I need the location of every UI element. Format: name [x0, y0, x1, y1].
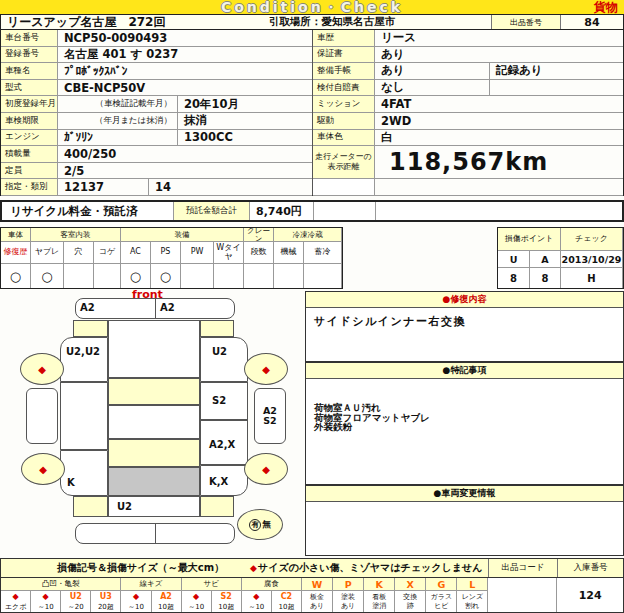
- val-ac: ○: [121, 264, 151, 288]
- exhibit-code-label: 出品コード: [488, 559, 557, 577]
- condition-check-sheet: Condition・Check 貨物 リースアップ名古屋 272回 引取場所：愛…: [0, 0, 624, 613]
- taillight-right: [200, 496, 234, 517]
- bumper-divider: [155, 524, 156, 543]
- legend-letter-grid: W P K X G L 板金 あり 塗装 あり 看板 塗消 交換 跡 ガラス ヒ…: [302, 578, 488, 612]
- bumper-divider: [155, 299, 156, 318]
- field-label: 整備手帳: [313, 63, 375, 80]
- wheel-rear-left: ◆: [21, 453, 65, 485]
- val-tear: ○: [31, 264, 64, 288]
- field-value: 2WD: [375, 113, 623, 130]
- row-insurance: 検付自賠責 なし: [313, 80, 623, 97]
- row-color: 車体色 白: [313, 130, 623, 147]
- row-class: 指定・類別 12137 14: [1, 179, 312, 196]
- field-value-2: 記録あり: [490, 63, 623, 80]
- legend-note-text: サイズの小さい傷、ミゾヤマはチェックしません: [258, 561, 482, 575]
- val-repair-history: ○: [1, 264, 31, 288]
- spare-tire-indicator: 有 無: [237, 509, 283, 540]
- legend-title-cell: 損傷記号＆損傷サイズ（～最大cm） ◆ サイズの小さい傷、ミゾヤマはチェックしま…: [1, 559, 488, 577]
- field-note: （年月または抹消）: [58, 113, 178, 130]
- repair-content-panel: ●修復内容 サイドシルインナー右交換: [305, 291, 624, 362]
- val-hole: [64, 264, 94, 288]
- mark-front-bumper-right: A2: [160, 302, 175, 313]
- odometer-label: 走行メーターの表示距離: [313, 146, 375, 179]
- legend-group-dent: 凸凹・亀裂: [1, 578, 121, 591]
- group-interior: 客室内装: [31, 228, 121, 242]
- row-warranty: 保証書 あり: [313, 47, 623, 64]
- row-registration: 登録番号 名古屋 401 す 0237: [1, 47, 312, 64]
- field-label: 駆動: [313, 113, 375, 130]
- legend-size: エクボ: [1, 601, 31, 612]
- field-value: ﾌﾟﾛﾎﾞｯｸｽﾊﾞﾝ: [58, 63, 312, 80]
- legend-group-corrosion: 腐食: [242, 578, 302, 591]
- legend-letter: X: [395, 578, 426, 591]
- legend-title-row: 損傷記号＆損傷サイズ（～最大cm） ◆ サイズの小さい傷、ミゾヤマはチェックしま…: [0, 558, 624, 578]
- legend-symbol: C2: [272, 591, 302, 601]
- row-engine: エンジン ｶﾞｿﾘﾝ 1300CC: [1, 130, 312, 147]
- stock-number-value: 124: [557, 578, 623, 612]
- field-value-empty: [375, 179, 623, 196]
- side-panel-right-1: S2: [200, 382, 248, 420]
- field-label: 型式: [1, 80, 58, 97]
- odometer-value: 118,567km: [375, 146, 623, 179]
- legend-letter-desc: 交換 跡: [395, 591, 426, 612]
- check-date: 2013/10/29: [561, 251, 623, 268]
- cargo-badge: 貨物: [594, 0, 618, 14]
- roof-panel: [108, 405, 200, 439]
- field-value-2: [490, 80, 623, 97]
- rating-table: 損傷ポイント チェック U A 2013/10/29 8 8 H: [497, 227, 624, 289]
- vehicle-change-header: ●車両変更情報: [306, 486, 623, 502]
- vehicle-info-right: 車歴 リース 保証書 あり 整備手帳 あり 記録あり 検付自賠責 なし ミッショ…: [312, 30, 624, 196]
- deposit-total-value: 8,740円: [250, 202, 314, 220]
- field-label: 検付自賠責: [313, 80, 375, 97]
- field-label: 積載量: [1, 146, 58, 163]
- col-hole: 穴: [64, 242, 94, 264]
- row-history: 車歴 リース: [313, 30, 623, 47]
- val-ps: ○: [151, 264, 181, 288]
- legend-symbol: ◆: [121, 591, 151, 601]
- special-notes-panel: ●特記事項 荷物室ＡＵ汚れ 荷物室フロアマットヤブレ 外装鉄粉: [305, 362, 624, 485]
- field-value: あり: [375, 47, 623, 64]
- legend-symbol: ◆: [1, 591, 31, 601]
- field-value: 4FAT: [375, 96, 623, 113]
- legend-title-text: 損傷記号＆損傷サイズ（～最大cm）: [57, 561, 224, 575]
- grade-value: H: [561, 268, 623, 288]
- legend-symbol: ◆: [31, 591, 61, 601]
- col-burn: コゲ: [94, 242, 121, 264]
- legend-letter-desc: ガラス ヒビ: [426, 591, 457, 612]
- legend-symbol: ◆: [242, 591, 272, 601]
- stock-number-label: 入庫番号: [557, 559, 623, 577]
- side-panel-left: [60, 382, 108, 450]
- row-first-reg: 初度登録年月 （車検証記載年月） 20年10月: [1, 96, 312, 113]
- row-inspection: 車検期限 （年月または抹消） 抹消: [1, 113, 312, 130]
- note-line: 荷物室フロアマットヤブレ: [314, 413, 623, 423]
- wheel-mark-icon: ◆: [38, 364, 46, 375]
- field-label: ミッション: [313, 96, 375, 113]
- legend-letter: L: [457, 578, 488, 591]
- legend-letter: P: [333, 578, 364, 591]
- rear-glass: [108, 467, 200, 496]
- recycle-spacer: [314, 202, 376, 220]
- special-notes-header: ●特記事項: [306, 363, 623, 379]
- val-machine: [274, 264, 304, 288]
- row-model: 車種名 ﾌﾟﾛﾎﾞｯｸｽﾊﾞﾝ: [1, 63, 312, 80]
- field-value: 抹消: [178, 113, 312, 130]
- field-value: 400/250: [58, 146, 312, 163]
- wheel-mark-icon: ◆: [39, 464, 47, 475]
- field-label: エンジン: [1, 130, 58, 147]
- rear-quarter-left: K: [60, 450, 108, 496]
- col-stages: 段数: [244, 242, 274, 264]
- val-cold: [304, 264, 342, 288]
- legend-size: ～20: [61, 601, 91, 612]
- col-pw: PW: [181, 242, 214, 264]
- legend-symbol: U3: [91, 591, 121, 601]
- rear-quarter-right: K,X: [200, 465, 248, 496]
- deposit-total-label: 預託金額合計: [174, 202, 250, 220]
- col-cold: 蓄冷: [304, 242, 342, 264]
- legend-table: 凸凹・亀裂 線キズ サビ 腐食 ◆ ◆ U2 U3 ◆ A2 ◆ S2 ◆ C2…: [0, 578, 624, 613]
- recycle-fee-row: リサイクル料金・預託済 預託金額合計 8,740円: [0, 200, 624, 222]
- wheel-rear-right: ◆: [244, 453, 288, 485]
- headlight-right: [200, 320, 234, 337]
- vehicle-change-panel: ●車両変更情報: [305, 485, 624, 556]
- row-type: 型式 CBE-NCP50V: [1, 80, 312, 97]
- row-capacity: 定員 2/5: [1, 163, 312, 180]
